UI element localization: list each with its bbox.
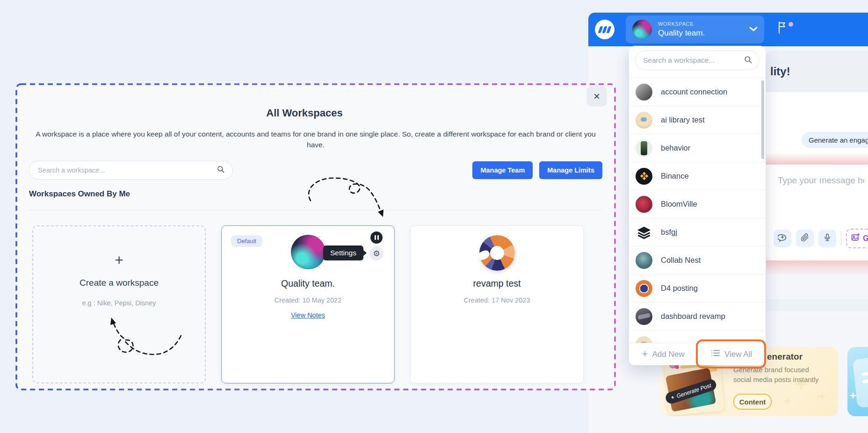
whats-new-button[interactable] (777, 21, 794, 35)
workspace-item-account-connection[interactable]: account connection (629, 78, 766, 106)
gradient-glow (766, 260, 868, 275)
generate-image-button[interactable]: G (846, 229, 868, 248)
create-workspace-title: Create a workspace (80, 278, 159, 288)
workspace-item-binance[interactable]: Binance (629, 162, 766, 190)
settings-tooltip: Settings (323, 245, 363, 260)
workspace-item-avatar (636, 336, 652, 343)
workspace-item-bloomville[interactable]: BloomVille (629, 190, 766, 218)
workspace-item-d4-posting[interactable]: D4 posting (629, 274, 766, 303)
section-title: Workspaces Owned By Me (29, 189, 130, 199)
gear-icon: ⚙ (373, 249, 380, 259)
screen: lity! Generate an engag (0, 0, 868, 433)
scrollbar-thumb[interactable] (761, 80, 764, 159)
message-input-card: G (769, 165, 868, 260)
workspace-search-bar (29, 161, 233, 180)
view-all-workspaces-button[interactable]: View All (697, 343, 766, 365)
workspace-item-avatar (636, 196, 652, 213)
chat-heading: lity! (770, 65, 790, 78)
workspace-name: Quality team. (658, 29, 705, 38)
workspace-item-bsfgj[interactable]: bsfgj (629, 218, 766, 246)
promo-graphic (853, 355, 868, 408)
workspace-card-name: Quality team. (222, 278, 394, 289)
ai-prompt-button[interactable] (774, 230, 791, 247)
workspace-avatar (632, 20, 652, 39)
sparkle-decor-icon (784, 397, 791, 405)
modal-toolbar: Manage Team Manage Limits (29, 161, 602, 180)
create-workspace-hint: e.g : Nike, Pepsi, Disney (82, 299, 156, 307)
notification-dot (788, 22, 793, 27)
workspace-item-clipped[interactable] (629, 331, 766, 343)
modal-title: All Workspaces (17, 107, 592, 119)
app-logo-icon[interactable] (595, 20, 615, 39)
suggestion-chip[interactable]: Generate an engag (802, 132, 868, 148)
close-button[interactable]: × (586, 86, 607, 107)
list-icon (711, 349, 720, 359)
manage-team-button[interactable]: Manage Team (472, 161, 533, 179)
attachment-button[interactable] (796, 230, 814, 247)
pause-button[interactable] (370, 231, 383, 244)
modal-description: A workspace is a place where you keep al… (35, 129, 596, 150)
message-input[interactable] (777, 175, 865, 186)
workspace-card-name: revamp test (411, 278, 583, 289)
workspace-cards-row: + Create a workspace e.g : Nike, Pepsi, … (32, 225, 584, 383)
dropdown-footer: + Add New View All (629, 343, 766, 365)
search-icon (217, 165, 225, 175)
sparkle-icon (670, 395, 675, 400)
workspace-selector-texts: WORKSPACE Quality team. (658, 21, 705, 37)
generate-button-label: G (863, 234, 868, 243)
workspace-item-dashboard-revamp[interactable]: dashboard revamp (629, 303, 766, 331)
workspace-item-avatar (636, 84, 652, 101)
chat-panel: Generate an engag (766, 92, 868, 260)
top-navigation-bar: WORKSPACE Quality team. (588, 13, 868, 46)
workspace-item-avatar (636, 140, 652, 157)
workspace-card-logo (479, 235, 515, 271)
workspace-item-behavior[interactable]: behavior (629, 134, 766, 162)
workspace-item-avatar (636, 252, 652, 269)
search-icon (744, 55, 752, 66)
settings-button[interactable]: ⚙ (369, 246, 383, 260)
view-notes-link[interactable]: View Notes (222, 311, 394, 319)
section-band (766, 299, 868, 311)
chevron-down-icon (749, 25, 758, 34)
chat-toolbar: G (774, 229, 868, 248)
layers-icon (636, 224, 652, 241)
dropdown-search-bar (635, 51, 760, 70)
workspace-selector[interactable]: WORKSPACE Quality team. (626, 15, 764, 43)
workspace-label: WORKSPACE (658, 21, 705, 27)
workspace-item-ai-library-test[interactable]: ai library test (629, 106, 766, 134)
workspace-item-avatar (636, 112, 652, 129)
workspace-list: account connection ai library test behav… (629, 78, 766, 343)
add-new-workspace-button[interactable]: + Add New (629, 343, 697, 365)
dropdown-search-input[interactable] (642, 56, 744, 65)
workspace-card-created: Created: 17 Nov 2023 (411, 296, 583, 304)
secondary-promo-card[interactable] (847, 347, 868, 416)
promo-card-title: enerator (767, 352, 803, 362)
plus-icon: + (115, 253, 123, 267)
content-tag-badge[interactable]: Content (733, 394, 772, 410)
microphone-icon (823, 233, 832, 244)
toolbar-divider (841, 231, 841, 245)
manage-limits-button[interactable]: Manage Limits (539, 161, 602, 179)
workspace-search-input[interactable] (37, 166, 217, 174)
gradient-divider (766, 153, 868, 165)
voice-button[interactable] (818, 230, 836, 247)
workspace-item-avatar (636, 308, 652, 325)
default-badge: Default (231, 235, 262, 247)
workspace-dropdown-panel: account connection ai library test behav… (629, 46, 766, 365)
paperclip-icon (801, 233, 809, 244)
workspace-item-collab-nest[interactable]: Collab Nest (629, 246, 766, 274)
sparkle-decor-icon (817, 392, 827, 401)
workspace-card-avatar (291, 235, 326, 269)
workspace-item-avatar (636, 280, 652, 297)
create-workspace-card[interactable]: + Create a workspace e.g : Nike, Pepsi, … (32, 225, 206, 383)
image-sparkle-icon (851, 233, 860, 244)
section-divider (29, 210, 602, 210)
promo-card-description: Generate brand focused social media post… (733, 365, 823, 384)
workspace-item-avatar (636, 168, 652, 185)
workspace-card-created: Created: 10 May 2022 (222, 296, 394, 304)
workspace-card-revamp-test[interactable]: revamp test Created: 17 Nov 2023 (410, 225, 584, 383)
workspace-card-quality-team[interactable]: Default ⚙ Settings Quality team. Created… (221, 225, 395, 383)
plus-icon: + (642, 349, 648, 359)
chat-heading-bar: lity! (766, 51, 868, 92)
flag-icon (777, 21, 788, 34)
